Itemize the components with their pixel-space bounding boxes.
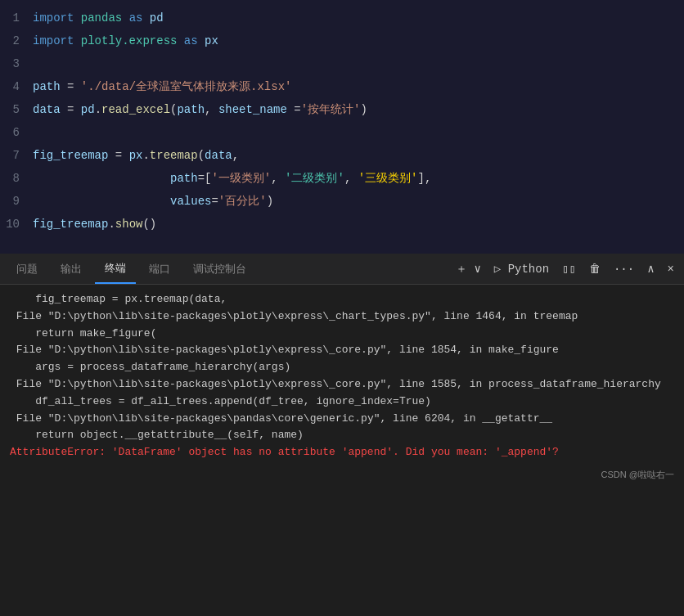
line-number: 9 [0, 190, 33, 213]
terminal-line: return make_figure( [10, 326, 674, 343]
watermark: CSDN @啦哒右一 [10, 468, 674, 483]
delete-terminal-button[interactable]: 🗑 [586, 261, 604, 277]
line-content: import plotly.express as px [33, 29, 218, 52]
code-line: 2import plotly.express as px [0, 29, 684, 52]
code-line: 4path = './data/全球温室气体排放来源.xlsx' [0, 75, 684, 98]
code-line: 1import pandas as pd [0, 7, 684, 29]
line-number: 4 [0, 75, 33, 98]
tab-terminal[interactable]: 终端 [95, 254, 136, 284]
line-number: 10 [0, 213, 33, 236]
tab-port[interactable]: 端口 [139, 255, 180, 283]
code-line: 10fig_treemap.show() [0, 213, 684, 236]
close-panel-button[interactable]: × [664, 261, 677, 277]
terminal-line: fig_treemap = px.treemap(data, [10, 291, 674, 308]
line-content: fig_treemap = px.treemap(data, [33, 144, 239, 167]
line-number: 3 [0, 52, 33, 75]
terminal-line: args = process_dataframe_hierarchy(args) [10, 359, 674, 376]
collapse-panel-button[interactable]: ∧ [644, 260, 657, 277]
code-line: 5data = pd.read_excel(path, sheet_name =… [0, 98, 684, 121]
line-number: 6 [0, 121, 33, 144]
line-number: 5 [0, 98, 33, 121]
tab-bar: 问题 输出 终端 端口 调试控制台 ＋ ∨ ▷ Python ▯▯ 🗑 ··· … [0, 254, 684, 285]
line-content: import pandas as pd [33, 7, 164, 29]
terminal-line: File "D:\python\lib\site-packages\plotly… [10, 308, 674, 326]
panel-area: 问题 输出 终端 端口 调试控制台 ＋ ∨ ▷ Python ▯▯ 🗑 ··· … [0, 254, 684, 616]
line-number: 8 [0, 167, 33, 190]
line-number: 2 [0, 29, 33, 52]
code-line: 7fig_treemap = px.treemap(data, [0, 144, 684, 167]
code-lines: 1import pandas as pd2import plotly.expre… [0, 0, 684, 242]
line-content: path = './data/全球温室气体排放来源.xlsx' [33, 75, 291, 98]
terminal-line: df_all_trees = df_all_trees.append(df_tr… [10, 393, 674, 411]
code-line: 6 [0, 121, 684, 144]
terminal-line: AttributeError: 'DataFrame' object has n… [10, 444, 674, 461]
more-actions-button[interactable]: ··· [610, 261, 637, 277]
split-terminal-button[interactable]: ▯▯ [559, 260, 579, 277]
code-line: 8 path=['一级类别', '二级类别', '三级类别'], [0, 167, 684, 190]
code-line: 3 [0, 52, 684, 75]
line-content: path=['一级类别', '二级类别', '三级类别'], [33, 167, 431, 190]
line-number: 7 [0, 144, 33, 167]
code-line: 9 values='百分比') [0, 190, 684, 213]
tab-problems[interactable]: 问题 [7, 255, 47, 283]
add-terminal-button[interactable]: ＋ ∨ [452, 260, 484, 278]
line-content: data = pd.read_excel(path, sheet_name ='… [33, 98, 367, 121]
terminal-content[interactable]: fig_treemap = px.treemap(data, File "D:\… [0, 285, 684, 616]
terminal-line: File "D:\python\lib\site-packages\plotly… [10, 376, 674, 393]
tab-output[interactable]: 输出 [51, 255, 92, 283]
tab-actions: ＋ ∨ ▷ Python ▯▯ 🗑 ··· ∧ × [452, 260, 677, 278]
line-content: fig_treemap.show() [33, 213, 156, 236]
code-editor: 1import pandas as pd2import plotly.expre… [0, 0, 684, 254]
line-content: values='百分比') [33, 190, 273, 213]
terminal-line: File "D:\python\lib\site-packages\plotly… [10, 342, 674, 359]
terminal-line: File "D:\python\lib\site-packages\pandas… [10, 411, 674, 428]
python-indicator[interactable]: ▷ Python [491, 260, 552, 277]
tab-debug[interactable]: 调试控制台 [183, 255, 256, 283]
terminal-line: return object.__getattribute__(self, nam… [10, 427, 674, 444]
line-number: 1 [0, 7, 33, 29]
